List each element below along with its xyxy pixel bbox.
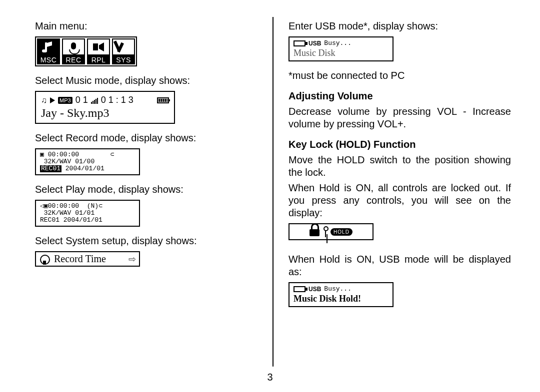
lock-icon (310, 227, 320, 236)
lcd-play: ◁▣00:00:00 (N)⊂ 32K/WAV 01/01 REC01 2004… (35, 200, 140, 227)
speaker-icon (93, 43, 98, 50)
lcd-usb: USB Busy... Music Disk (288, 36, 394, 61)
signal-icon (91, 97, 98, 104)
note-icon: ♫ (41, 96, 47, 105)
menu-icon-system: SYS (112, 38, 135, 64)
usb-icon (294, 40, 306, 46)
record-file-badge: REC01 (40, 165, 62, 172)
right-column: Enter USB mode*, display shows: USB Busy… (274, 17, 516, 360)
lcd-music: ♫ MP3 0 1 0 1 : 1 3 Jay - Sky.mp3 (35, 91, 175, 124)
record-line3: REC01 2004/01/01 (40, 165, 135, 172)
system-mode-label: Select System setup, display shows: (35, 235, 258, 247)
arrow-right-icon: ⇨ (128, 254, 136, 265)
play-line1: ◁▣00:00:00 (N)⊂ (40, 203, 135, 210)
page-number: 3 (0, 372, 540, 383)
lcd-system: Record Time ⇨ (35, 251, 140, 267)
play-line2: 32K/WAV 01/01 (40, 210, 135, 217)
usb-status: Busy... (324, 39, 352, 47)
menu-icon-replay: RPL (87, 38, 110, 64)
play-icon (50, 97, 55, 103)
menu-label-rec: REC (62, 55, 85, 64)
music-filename: Jay - Sky.mp3 (41, 106, 169, 120)
usb-mode-label: Enter USB mode*, display shows: (288, 20, 511, 32)
menu-icon-row: MSC REC RPL SYS (36, 37, 136, 65)
usb-footnote: *must be connected to PC (288, 69, 511, 82)
lock-text-2: When Hold is ON, all controls are locked… (288, 182, 511, 219)
lock-text-3: When Hold is ON, USB mode will be displa… (288, 253, 511, 278)
record-line1: ▣ 00:00:00 ⊂ (40, 151, 135, 158)
heading-key-lock: Key Lock (HOLD) Function (288, 138, 511, 151)
menu-label-rpl: RPL (87, 55, 110, 64)
lcd-hold: HOLD (288, 223, 374, 240)
elapsed-time: 0 1 : 1 3 (101, 95, 134, 105)
hold-badge: HOLD (330, 228, 352, 236)
system-title: Record Time (54, 253, 106, 265)
format-badge: MP3 (58, 97, 72, 104)
battery-icon (157, 97, 169, 103)
play-line3: REC01 2004/01/01 (40, 217, 135, 224)
clock-icon (39, 254, 50, 265)
usb-status: Busy... (324, 285, 352, 293)
lcd-main-menu: MSC REC RPL SYS (35, 36, 137, 66)
volume-text: Decrease volume by pressing VOL - Increa… (288, 105, 511, 130)
record-line2: 32K/WAV 01/00 (40, 158, 135, 165)
usb-subtitle: Music Disk (294, 48, 388, 58)
music-mode-label: Select Music mode, display shows: (35, 74, 258, 87)
lock-text-1: Move the HOLD switch to the position sho… (288, 154, 511, 179)
usb-label: USB (308, 286, 321, 293)
play-mode-label: Select Play mode, display shows: (35, 183, 258, 196)
menu-icon-music: MSC (37, 38, 60, 64)
manual-page: Main menu: MSC REC RPL SYS (0, 0, 540, 360)
usb-icon (294, 286, 306, 292)
track-number: 0 1 (76, 95, 88, 105)
tools-icon (117, 42, 124, 53)
music-status-row: ♫ MP3 0 1 0 1 : 1 3 (41, 95, 169, 105)
key-icon (324, 226, 326, 237)
note-icon (45, 42, 47, 51)
record-mode-label: Select Record mode, display shows: (35, 132, 258, 144)
main-menu-label: Main menu: (35, 20, 258, 32)
lcd-record: ▣ 00:00:00 ⊂ 32K/WAV 01/00 REC01 2004/01… (35, 148, 140, 175)
left-column: Main menu: MSC REC RPL SYS (30, 17, 272, 360)
usb-hold-subtitle: Music Disk Hold! (294, 294, 388, 304)
menu-icon-record: REC (62, 38, 85, 64)
usb-label: USB (308, 40, 321, 47)
lcd-usb-hold: USB Busy... Music Disk Hold! (288, 282, 394, 307)
menu-label-msc: MSC (37, 55, 60, 64)
mic-icon (71, 42, 76, 49)
heading-adjusting-volume: Adjusting Volume (288, 90, 511, 102)
menu-label-sys: SYS (112, 55, 135, 64)
